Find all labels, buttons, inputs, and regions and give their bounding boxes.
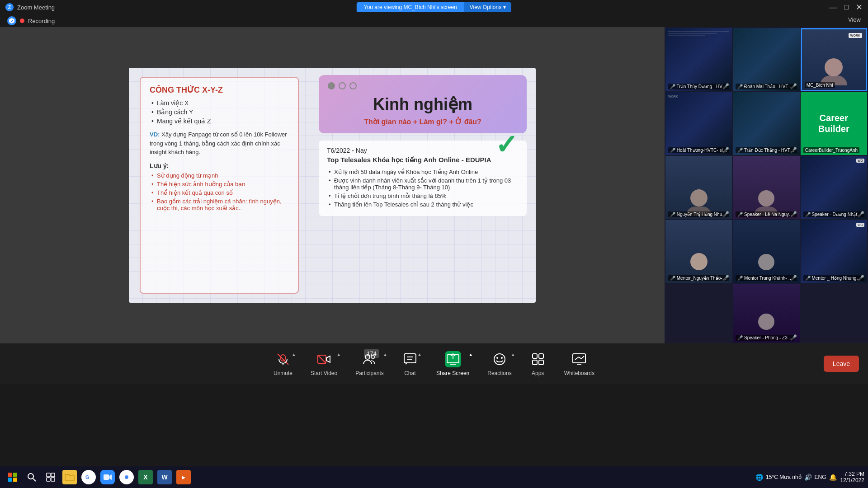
video-label: Start Video [311, 370, 337, 376]
start-video-tool[interactable]: Start Video ▲ [311, 351, 337, 376]
mic-icon-5: 🎤 [790, 211, 797, 217]
svg-point-14 [496, 357, 498, 359]
unmute-tool[interactable]: Unmute ▲ [274, 351, 292, 376]
volume-icon[interactable]: 🔊 [804, 474, 812, 481]
video-arrow[interactable]: ▲ [336, 352, 341, 357]
participants-label: Participants [355, 370, 384, 376]
dot-2 [339, 82, 346, 89]
recording-label: Recording [28, 18, 55, 24]
minimize-button[interactable]: — [829, 3, 837, 12]
title-bar-center: You are viewing MC_Bích Nhi's screen Vie… [357, 2, 511, 12]
chat-label: Chat [404, 370, 415, 376]
formula-title: CÔNG THỨC X-Y-Z [150, 85, 289, 95]
taskbar: G X W ▶ [0, 466, 868, 488]
share-screen-icon [445, 351, 461, 367]
share-arrow[interactable]: ▲ [468, 352, 473, 357]
app8-taskbar[interactable]: ▶ [175, 468, 193, 486]
word-taskbar[interactable]: W [156, 468, 174, 486]
mic-icon-10: 🎤 [790, 334, 797, 341]
participant-tile-9[interactable]: WO 🎤 Mentor _ Hồng Nhung_Z... 🎤 [801, 220, 867, 283]
unmute-arrow[interactable]: ▲ [292, 352, 296, 357]
temperature: 15°C Mưa nhỏ [766, 474, 802, 480]
participant-tile-0[interactable]: 🎤 Trần Thùy Dương - HVTC - n... 🎤 [665, 28, 732, 91]
participants-panel: 🎤 Trần Thùy Dương - HVTC - n... 🎤 🎤 Đoàn… [665, 27, 868, 343]
participant-name-9: 🎤 Mentor _ Hồng Nhung_Z... [803, 275, 864, 281]
svg-rect-28 [13, 478, 17, 482]
chrome-taskbar[interactable] [118, 468, 136, 486]
mic-icon-6: 🎤 [858, 211, 864, 217]
slide-container: CÔNG THỨC X-Y-Z Làm việc X Bằng cách Y M… [129, 68, 536, 303]
participant-name-2: 🎤 Hoài Thương-HVTC- sinh ... [668, 147, 729, 153]
participants-arrow[interactable]: ▲ [383, 352, 387, 357]
participant-tile-2[interactable]: WORK 🎤 Hoài Thương-HVTC- sinh ... 🎤 [665, 92, 732, 155]
explorer-taskbar[interactable] [61, 468, 79, 486]
participant-tile-1[interactable]: 🎤 Đoàn Mai Thảo - HVTC - ... 🎤 [733, 28, 799, 91]
note-title: Lưu ý: [150, 162, 289, 169]
participant-tile-3[interactable]: 🎤 Trần Đức Thắng - HVTC - ... 🎤 [733, 92, 799, 155]
search-taskbar[interactable] [23, 468, 41, 486]
mic-icon-9: 🎤 [858, 275, 864, 281]
participant-tile-8[interactable]: 🎤 Mentor Trung Khánh- Ro... 🎤 [733, 220, 799, 283]
reactions-tool[interactable]: Reactions ▲ [487, 351, 511, 376]
kinh-nghiem-box: Kinh nghiệm Thời gian nào + Làm gì? + Ở … [319, 75, 527, 133]
share-screen-tool[interactable]: Share Screen ▲ [436, 351, 469, 376]
time-display[interactable]: 7:32 PM 12/1/2022 [840, 471, 864, 483]
apps-tool[interactable]: Apps [530, 351, 546, 376]
leave-button[interactable]: Leave [824, 356, 859, 372]
mic-icon-2: 🎤 [722, 147, 729, 153]
recording-dot [20, 19, 24, 23]
slide-left-panel: CÔNG THỨC X-Y-Z Làm việc X Bằng cách Y M… [129, 68, 310, 303]
participants-count-badge: 174 [364, 349, 379, 357]
mic-icon-1: 🎤 [790, 83, 797, 89]
svg-rect-26 [13, 473, 17, 477]
note-bullet-3: Thể hiện kết quả qua con số [150, 189, 289, 196]
participant-tile-7[interactable]: 🎤 Mentor_Nguyễn Thảo-R5 🎤 [665, 220, 732, 283]
svg-rect-17 [539, 354, 543, 358]
app-title: Zoom Meeting [17, 4, 55, 11]
reactions-label: Reactions [487, 370, 511, 376]
view-button[interactable]: View [848, 16, 861, 23]
maximize-button[interactable]: □ [844, 3, 849, 11]
participant-name-7: 🎤 Mentor_Nguyễn Thảo-R5 [668, 275, 729, 281]
svg-rect-16 [533, 354, 537, 358]
sys-icons: 🌐 15°C Mưa nhỏ 🔊 ENG 🔔 [755, 474, 837, 481]
formula-bullet-3: Mang về kết quả Z [150, 117, 289, 125]
recording-bar: Recording View [0, 14, 868, 27]
participant-tile-10[interactable]: 🎤 Speaker - Phong - Z3 ... 🎤 [733, 284, 799, 343]
close-button[interactable]: ✕ [856, 2, 863, 12]
participant-name-4: 🎤 Nguyễn Thị Hồng Nhung... [668, 211, 729, 217]
whiteboards-tool[interactable]: Whiteboards [564, 351, 594, 376]
chat-tool[interactable]: Chat ▲ [402, 351, 418, 376]
participant-name-1: 🎤 Đoàn Mai Thảo - HVTC - ... [736, 84, 797, 89]
reactions-arrow[interactable]: ▲ [511, 352, 515, 357]
participant-tile-mc[interactable]: WORK MC_Bích Nhi [801, 28, 867, 91]
taskbar-right: 🌐 15°C Mưa nhỏ 🔊 ENG 🔔 7:32 PM 12/1/2022 [755, 471, 864, 483]
view-options-button[interactable]: View Options ▾ [464, 2, 511, 12]
share-screen-label: Share Screen [436, 370, 469, 376]
svg-rect-27 [8, 478, 12, 482]
excel-taskbar[interactable]: X [137, 468, 155, 486]
participant-tile-career[interactable]: CareerBuilder CareerBuilder_TruongAnh [801, 92, 867, 155]
svg-rect-19 [539, 360, 543, 365]
participant-tile-6[interactable]: WO 🎤 Speaker - Dương Nhật - Z... 🎤 [801, 156, 867, 219]
whiteboards-label: Whiteboards [564, 370, 594, 376]
chat-icon [402, 351, 418, 367]
chat-arrow[interactable]: ▲ [417, 352, 422, 357]
svg-rect-33 [47, 478, 50, 481]
participant-tile-5[interactable]: 🎤 Speaker - Lê Na Nguyên - ... 🎤 [733, 156, 799, 219]
svg-line-21 [575, 357, 579, 360]
window-controls: — □ ✕ [829, 2, 863, 12]
exp-bullet-4: Thăng tiến lên Top Telesales chỉ sau 2 t… [327, 201, 519, 208]
participants-tool[interactable]: Participants 174 ▲ [355, 351, 384, 376]
apps-icon [530, 351, 546, 367]
zoom-taskbar[interactable] [99, 468, 117, 486]
notification-icon[interactable]: 🔔 [829, 474, 837, 481]
task-view-taskbar[interactable] [42, 468, 60, 486]
participant-tile-4[interactable]: 🎤 Nguyễn Thị Hồng Nhung... 🎤 [665, 156, 732, 219]
svg-rect-32 [51, 473, 55, 477]
participant-name-0: 🎤 Trần Thùy Dương - HVTC - n... [668, 84, 729, 89]
svg-rect-25 [8, 473, 12, 477]
video-icon [316, 351, 332, 367]
google-taskbar[interactable]: G [80, 468, 98, 486]
start-button[interactable] [4, 468, 22, 486]
